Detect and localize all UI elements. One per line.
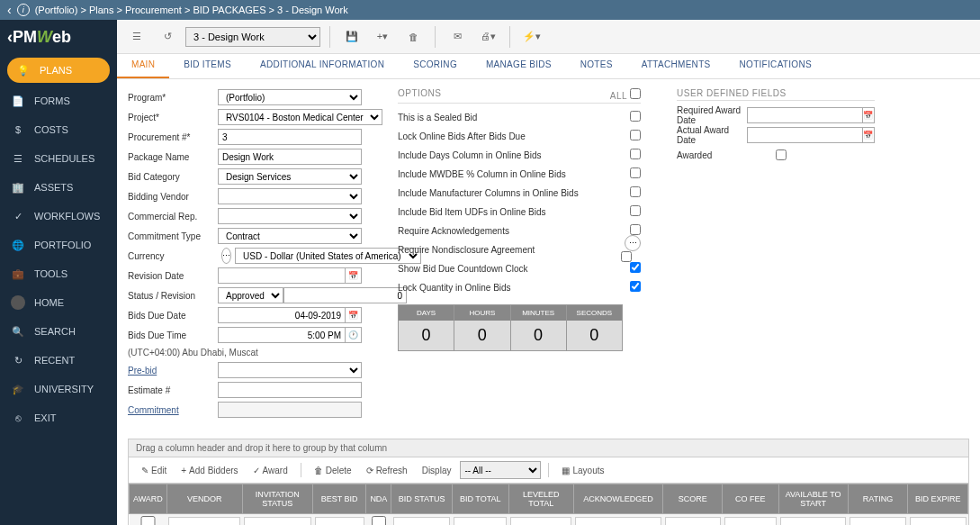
delete-button[interactable]: 🗑Delete bbox=[309, 464, 357, 477]
option-checkbox[interactable] bbox=[630, 167, 641, 178]
filter-input[interactable] bbox=[510, 517, 571, 525]
column-header[interactable]: RATING bbox=[848, 484, 908, 514]
sidebar-item-workflows[interactable]: ✓WORKFLOWS bbox=[0, 202, 117, 231]
add-icon[interactable]: +▾ bbox=[370, 24, 395, 50]
option-checkbox[interactable] bbox=[630, 111, 641, 122]
sidebar-item-exit[interactable]: ⎋EXIT bbox=[0, 403, 117, 432]
award-button[interactable]: ✓Award bbox=[247, 464, 293, 477]
column-header[interactable]: AVAILABLE TO START bbox=[778, 484, 848, 514]
time-icon[interactable]: 🕐 bbox=[346, 327, 362, 343]
column-header[interactable]: BEST BID bbox=[313, 484, 366, 514]
edit-button[interactable]: ✎Edit bbox=[136, 464, 172, 477]
column-header[interactable]: ACKNOWLEDGED bbox=[573, 484, 663, 514]
calendar-icon[interactable]: 📅 bbox=[346, 267, 362, 284]
sidebar-item-plans[interactable]: 💡PLANS bbox=[7, 58, 110, 83]
sidebar-item-schedules[interactable]: ☰SCHEDULES bbox=[0, 144, 117, 173]
column-header[interactable]: SCORE bbox=[663, 484, 723, 514]
actaward-input[interactable] bbox=[747, 127, 863, 143]
filter-input[interactable] bbox=[780, 517, 846, 525]
tab-additional-info[interactable]: ADDITIONAL INFORMATION bbox=[246, 54, 399, 78]
column-header[interactable]: BID STATUS bbox=[391, 484, 452, 514]
refresh-button[interactable]: ⟳Refresh bbox=[361, 464, 413, 477]
sidebar-item-recent[interactable]: ↻RECENT bbox=[0, 346, 117, 375]
filter-checkbox[interactable] bbox=[368, 516, 390, 525]
filter-input[interactable] bbox=[454, 517, 507, 525]
program-select[interactable]: (Portfolio) bbox=[218, 89, 362, 105]
column-header[interactable]: AWARD bbox=[130, 484, 167, 514]
reqaward-input[interactable] bbox=[747, 107, 863, 123]
tab-bid-items[interactable]: BID ITEMS bbox=[169, 54, 246, 78]
list-icon[interactable]: ☰ bbox=[124, 24, 149, 50]
column-header[interactable]: BID TOTAL bbox=[452, 484, 508, 514]
column-header[interactable]: VENDOR bbox=[166, 484, 242, 514]
add-bidders-button[interactable]: +Add Bidders bbox=[175, 464, 243, 477]
sidebar-item-assets[interactable]: 🏢ASSETS bbox=[0, 173, 117, 202]
tab-notes[interactable]: NOTES bbox=[566, 54, 627, 78]
column-header[interactable]: CO FEE bbox=[723, 484, 778, 514]
currency-select[interactable]: USD - Dollar (United States of America) bbox=[235, 248, 421, 264]
option-checkbox[interactable] bbox=[630, 224, 641, 235]
filter-input[interactable] bbox=[575, 517, 661, 525]
filter-input[interactable] bbox=[315, 517, 364, 525]
pkgname-input[interactable] bbox=[218, 149, 362, 165]
sidebar-item-home[interactable]: HOME bbox=[0, 288, 117, 317]
awarded-checkbox[interactable] bbox=[776, 149, 787, 160]
filter-input[interactable] bbox=[724, 517, 777, 525]
tab-scoring[interactable]: SCORING bbox=[399, 54, 472, 78]
layouts-button[interactable]: ▦Layouts bbox=[556, 464, 609, 477]
option-checkbox[interactable] bbox=[630, 186, 641, 197]
delete-icon[interactable]: 🗑 bbox=[400, 24, 426, 50]
filter-input[interactable] bbox=[665, 517, 721, 525]
option-checkbox[interactable] bbox=[630, 130, 641, 140]
all-checkbox[interactable] bbox=[630, 88, 641, 99]
currency-ellipsis-icon[interactable]: ⋯ bbox=[221, 248, 231, 264]
revdate-input[interactable] bbox=[218, 267, 346, 284]
bidsdue-input[interactable] bbox=[218, 307, 346, 323]
prebid-select[interactable] bbox=[218, 362, 362, 378]
mail-icon[interactable]: ✉ bbox=[445, 24, 470, 50]
option-checkbox[interactable] bbox=[630, 281, 641, 292]
filter-input[interactable] bbox=[168, 517, 240, 525]
column-header[interactable]: INVITATION STATUS bbox=[242, 484, 313, 514]
sidebar-item-search[interactable]: 🔍SEARCH bbox=[0, 317, 117, 346]
filter-input[interactable] bbox=[910, 517, 967, 525]
print-icon[interactable]: 🖨▾ bbox=[475, 24, 500, 50]
sidebar-item-tools[interactable]: 💼TOOLS bbox=[0, 259, 117, 288]
calendar-icon[interactable]: 📅 bbox=[346, 307, 362, 323]
option-checkbox[interactable] bbox=[630, 262, 641, 273]
filter-checkbox[interactable] bbox=[131, 516, 166, 525]
tab-manage-bids[interactable]: MANAGE BIDS bbox=[472, 54, 566, 78]
sidebar-item-portfolio[interactable]: 🌐PORTFOLIO bbox=[0, 231, 117, 259]
tab-attachments[interactable]: ATTACHMENTS bbox=[627, 54, 725, 78]
commtype-select[interactable]: Contract bbox=[218, 228, 362, 244]
commitment-label[interactable]: Commitment bbox=[128, 405, 218, 415]
info-icon[interactable]: i bbox=[17, 4, 30, 16]
filter-input[interactable] bbox=[244, 517, 311, 525]
sidebar-item-costs[interactable]: $COSTS bbox=[0, 115, 117, 144]
display-filter[interactable]: -- All -- bbox=[460, 461, 541, 479]
commrep-select[interactable] bbox=[218, 208, 362, 224]
save-icon[interactable]: 💾 bbox=[339, 24, 364, 50]
tab-main[interactable]: MAIN bbox=[117, 54, 169, 78]
bidcat-select[interactable]: Design Services bbox=[218, 168, 362, 185]
column-header[interactable]: LEVELED TOTAL bbox=[508, 484, 573, 514]
tab-notifications[interactable]: NOTIFICATIONS bbox=[725, 54, 826, 78]
project-select[interactable]: RVS0104 - Boston Medical Center bbox=[218, 109, 382, 125]
sidebar-item-university[interactable]: 🎓UNIVERSITY bbox=[0, 375, 117, 403]
estimate-input[interactable] bbox=[218, 382, 362, 398]
bidvend-select[interactable] bbox=[218, 188, 362, 204]
history-icon[interactable]: ↺ bbox=[155, 24, 180, 50]
option-checkbox[interactable] bbox=[621, 251, 632, 262]
option-checkbox[interactable] bbox=[630, 205, 641, 216]
group-header[interactable]: Drag a column header and drop it here to… bbox=[129, 439, 968, 457]
column-header[interactable]: NDA bbox=[366, 484, 391, 514]
filter-input[interactable] bbox=[850, 517, 906, 525]
calendar-icon[interactable]: 📅 bbox=[863, 107, 875, 123]
prebid-label[interactable]: Pre-bid bbox=[128, 366, 218, 376]
back-icon[interactable]: ‹ bbox=[7, 3, 12, 17]
option-checkbox[interactable] bbox=[630, 149, 641, 159]
revision-input[interactable] bbox=[283, 287, 407, 303]
procno-input[interactable] bbox=[218, 129, 362, 145]
filter-input[interactable] bbox=[393, 517, 450, 525]
action-icon[interactable]: ⚡▾ bbox=[519, 24, 544, 50]
